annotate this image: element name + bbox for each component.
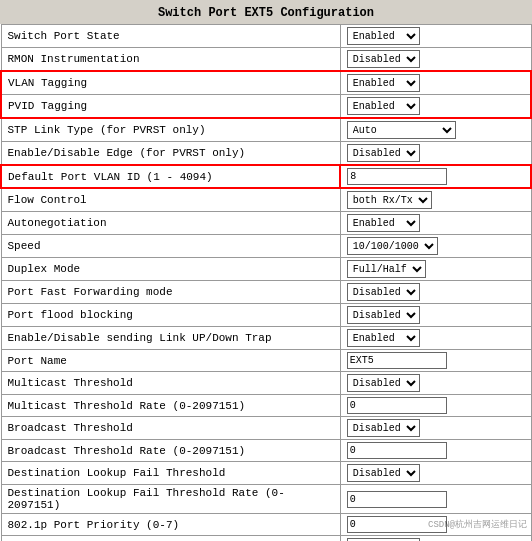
row-select[interactable]: EnabledDisabled	[347, 374, 420, 392]
row-label: DSCP Remarking	[1, 536, 340, 542]
row-select[interactable]: EnabledDisabled	[347, 74, 420, 92]
row-value[interactable]: EnabledDisabled	[340, 462, 531, 485]
table-row: Destination Lookup Fail ThresholdEnabled…	[1, 462, 531, 485]
row-select[interactable]: 10/100/1000101001000	[347, 237, 438, 255]
row-label: Broadcast Threshold	[1, 417, 340, 440]
row-value[interactable]: AutoPoint-to-PointShared	[340, 118, 531, 142]
table-row: Broadcast ThresholdEnabledDisabled	[1, 417, 531, 440]
row-label: Duplex Mode	[1, 258, 340, 281]
row-input[interactable]	[347, 168, 447, 185]
row-label: Destination Lookup Fail Threshold Rate (…	[1, 485, 340, 514]
table-row: Multicast ThresholdEnabledDisabled	[1, 372, 531, 395]
row-label: Broadcast Threshold Rate (0-2097151)	[1, 440, 340, 462]
row-select[interactable]: EnabledDisabled	[347, 50, 420, 68]
row-value[interactable]: both Rx/TxRx onlyTx onlyDisabled	[340, 188, 531, 212]
row-value[interactable]: 10/100/1000101001000	[340, 235, 531, 258]
table-row: Default Port VLAN ID (1 - 4094)	[1, 165, 531, 188]
row-value[interactable]: EnabledDisabled	[340, 25, 531, 48]
row-value[interactable]	[340, 395, 531, 417]
row-label: Default Port VLAN ID (1 - 4094)	[1, 165, 340, 188]
row-select[interactable]: EnabledDisabled	[347, 97, 420, 115]
row-select[interactable]: Full/HalfFullHalf	[347, 260, 426, 278]
row-select[interactable]: EnabledDisabled	[347, 306, 420, 324]
table-row: Speed10/100/1000101001000	[1, 235, 531, 258]
row-label: Port Fast Forwarding mode	[1, 281, 340, 304]
row-input[interactable]	[347, 352, 447, 369]
table-row: DSCP RemarkingEnabledDisabled	[1, 536, 531, 542]
row-value[interactable]	[340, 165, 531, 188]
row-value[interactable]: EnabledDisabled	[340, 417, 531, 440]
row-label: Multicast Threshold Rate (0-2097151)	[1, 395, 340, 417]
row-label: Port Name	[1, 350, 340, 372]
table-row: Duplex ModeFull/HalfFullHalf	[1, 258, 531, 281]
table-row: Flow Controlboth Rx/TxRx onlyTx onlyDisa…	[1, 188, 531, 212]
row-value[interactable]: EnabledDisabled	[340, 281, 531, 304]
row-label: Port flood blocking	[1, 304, 340, 327]
row-select[interactable]: EnabledDisabled	[347, 419, 420, 437]
row-value[interactable]	[340, 350, 531, 372]
row-label: STP Link Type (for PVRST only)	[1, 118, 340, 142]
row-label: Autonegotiation	[1, 212, 340, 235]
row-label: Enable/Disable Edge (for PVRST only)	[1, 142, 340, 166]
row-label: Enable/Disable sending Link UP/Down Trap	[1, 327, 340, 350]
row-input[interactable]	[347, 397, 447, 414]
row-select[interactable]: EnabledDisabled	[347, 27, 420, 45]
table-row: Multicast Threshold Rate (0-2097151)	[1, 395, 531, 417]
table-row: VLAN TaggingEnabledDisabled	[1, 71, 531, 95]
row-label: Multicast Threshold	[1, 372, 340, 395]
row-value[interactable]: EnabledDisabled	[340, 71, 531, 95]
table-row: STP Link Type (for PVRST only)AutoPoint-…	[1, 118, 531, 142]
row-label: Flow Control	[1, 188, 340, 212]
row-label: Speed	[1, 235, 340, 258]
table-row: PVID TaggingEnabledDisabled	[1, 95, 531, 119]
row-select[interactable]: EnabledDisabled	[347, 144, 420, 162]
table-row: Broadcast Threshold Rate (0-2097151)	[1, 440, 531, 462]
row-value[interactable]: EnabledDisabled	[340, 95, 531, 119]
row-select[interactable]: both Rx/TxRx onlyTx onlyDisabled	[347, 191, 432, 209]
row-value[interactable]: Full/HalfFullHalf	[340, 258, 531, 281]
row-value[interactable]	[340, 440, 531, 462]
row-value[interactable]: EnabledDisabled	[340, 48, 531, 72]
table-row: Destination Lookup Fail Threshold Rate (…	[1, 485, 531, 514]
table-row: Enable/Disable Edge (for PVRST only)Enab…	[1, 142, 531, 166]
row-input[interactable]	[347, 491, 447, 508]
row-select[interactable]: EnabledDisabled	[347, 283, 420, 301]
row-input[interactable]	[347, 442, 447, 459]
row-label: Destination Lookup Fail Threshold	[1, 462, 340, 485]
row-value[interactable]: EnabledDisabled	[340, 142, 531, 166]
table-row: Port Name	[1, 350, 531, 372]
row-label: VLAN Tagging	[1, 71, 340, 95]
row-select[interactable]: EnabledDisabled	[347, 214, 420, 232]
row-input[interactable]	[347, 516, 447, 533]
row-select[interactable]: AutoPoint-to-PointShared	[347, 121, 456, 139]
row-label: 802.1p Port Priority (0-7)	[1, 514, 340, 536]
row-select[interactable]: EnabledDisabled	[347, 329, 420, 347]
row-value[interactable]: EnabledDisabled	[340, 372, 531, 395]
row-label: Switch Port State	[1, 25, 340, 48]
table-row: Port flood blockingEnabledDisabled	[1, 304, 531, 327]
page-title: Switch Port EXT5 Configuration	[0, 0, 532, 24]
row-value[interactable]	[340, 485, 531, 514]
config-table: Switch Port StateEnabledDisabledRMON Ins…	[0, 24, 532, 541]
row-value[interactable]: EnabledDisabled	[340, 327, 531, 350]
row-value[interactable]	[340, 514, 531, 536]
table-row: AutonegotiationEnabledDisabled	[1, 212, 531, 235]
table-row: Enable/Disable sending Link UP/Down Trap…	[1, 327, 531, 350]
table-row: Port Fast Forwarding modeEnabledDisabled	[1, 281, 531, 304]
table-row: 802.1p Port Priority (0-7)	[1, 514, 531, 536]
row-value[interactable]: EnabledDisabled	[340, 304, 531, 327]
table-row: RMON InstrumentationEnabledDisabled	[1, 48, 531, 72]
row-value[interactable]: EnabledDisabled	[340, 536, 531, 542]
table-row: Switch Port StateEnabledDisabled	[1, 25, 531, 48]
row-label: RMON Instrumentation	[1, 48, 340, 72]
row-label: PVID Tagging	[1, 95, 340, 119]
row-value[interactable]: EnabledDisabled	[340, 212, 531, 235]
row-select[interactable]: EnabledDisabled	[347, 464, 420, 482]
